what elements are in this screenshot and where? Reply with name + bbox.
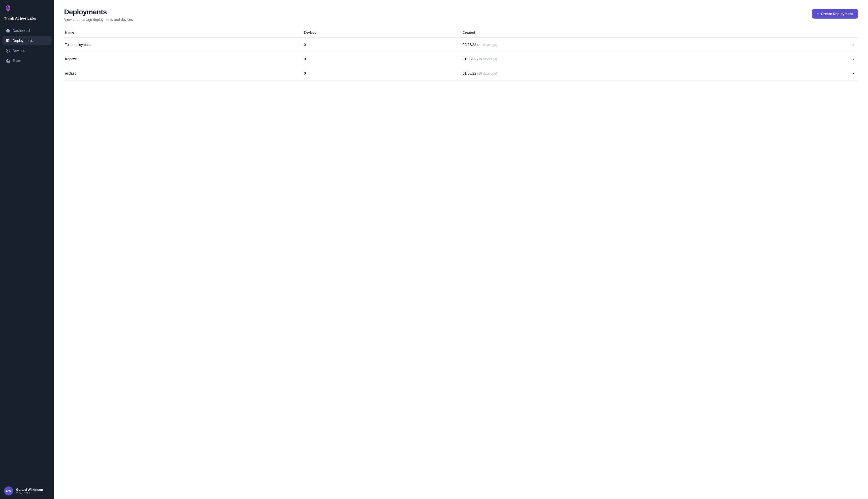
cell-created-ago: (19 days ago) — [477, 57, 497, 61]
brand-name: Think Active Labs — [4, 16, 36, 20]
cell-created-ago: (19 days ago) — [477, 72, 497, 75]
table-row[interactable]: Test deployment 0 29/08/22 (21 days ago)… — [64, 38, 858, 52]
main-header: Deployments View and manage deployments … — [54, 0, 868, 28]
col-header-name: Name — [64, 28, 300, 38]
chevron-right-icon: › — [853, 71, 854, 75]
plus-icon: + — [817, 12, 819, 16]
table-row[interactable]: asdasd 0 31/08/22 (19 days ago) › — [64, 66, 858, 81]
table-container: Name Devices Created Test deployment 0 2… — [54, 28, 868, 499]
chevron-right-icon: › — [853, 43, 854, 47]
home-icon — [5, 28, 10, 33]
sidebar-item-label: Dashboard — [13, 28, 30, 33]
table-row[interactable]: Kapow! 0 31/08/22 (19 days ago) › — [64, 52, 858, 66]
sidebar: Think Active Labs ⌄ Dashboard Deployment… — [0, 0, 54, 499]
sidebar-item-label: Team — [13, 59, 21, 63]
chevron-right-icon: › — [853, 57, 854, 61]
cell-name: asdasd — [64, 66, 300, 81]
table-header-row: Name Devices Created — [64, 28, 858, 38]
view-profile-link[interactable]: View Profile — [16, 491, 43, 495]
col-header-devices: Devices — [300, 28, 459, 38]
cell-created-ago: (21 days ago) — [477, 43, 497, 47]
sidebar-footer: GW Gerard Wilkinson View Profile — [0, 483, 54, 499]
sidebar-item-label: Deployments — [13, 39, 33, 43]
sidebar-item-deployments[interactable]: Deployments — [2, 36, 51, 46]
cell-devices: 0 — [300, 52, 459, 66]
deployments-table: Name Devices Created Test deployment 0 2… — [64, 28, 858, 81]
col-header-action — [787, 28, 858, 38]
app-logo-icon — [4, 4, 12, 13]
sidebar-item-devices[interactable]: Devices — [2, 46, 51, 56]
sidebar-item-team[interactable]: Team — [2, 56, 51, 65]
page-heading: Deployments View and manage deployments … — [64, 8, 133, 22]
deployments-icon — [5, 38, 10, 43]
main-content: Deployments View and manage deployments … — [54, 0, 868, 499]
cell-name: Test deployment — [64, 38, 300, 52]
col-header-created: Created — [459, 28, 787, 38]
chevron-down-icon: ⌄ — [47, 16, 50, 20]
team-icon — [5, 59, 10, 63]
cell-name: Kapow! — [64, 52, 300, 66]
create-button-label: Create Deployment — [821, 12, 853, 16]
page-title: Deployments — [64, 8, 133, 16]
cell-devices: 0 — [300, 66, 459, 81]
sidebar-brand[interactable]: Think Active Labs ⌄ — [0, 15, 54, 24]
sidebar-nav: Dashboard Deployments Devices Team — [0, 24, 54, 483]
sidebar-item-label: Devices — [13, 49, 25, 53]
page-subtitle: View and manage deployments and devices — [64, 17, 133, 22]
cell-arrow: › — [787, 38, 858, 52]
cell-created: 29/08/22 (21 days ago) — [459, 38, 787, 52]
table-header: Name Devices Created — [64, 28, 858, 38]
cell-arrow: › — [787, 52, 858, 66]
cell-created: 31/08/22 (19 days ago) — [459, 66, 787, 81]
cell-created: 31/08/22 (19 days ago) — [459, 52, 787, 66]
table-body: Test deployment 0 29/08/22 (21 days ago)… — [64, 38, 858, 81]
cell-devices: 0 — [300, 38, 459, 52]
cell-arrow: › — [787, 66, 858, 81]
user-name: Gerard Wilkinson — [16, 488, 43, 491]
devices-icon — [5, 48, 10, 53]
sidebar-item-dashboard[interactable]: Dashboard — [2, 26, 51, 35]
sidebar-logo — [0, 0, 54, 15]
create-deployment-button[interactable]: + Create Deployment — [812, 9, 858, 19]
user-info: Gerard Wilkinson View Profile — [16, 488, 43, 495]
avatar: GW — [4, 486, 13, 496]
